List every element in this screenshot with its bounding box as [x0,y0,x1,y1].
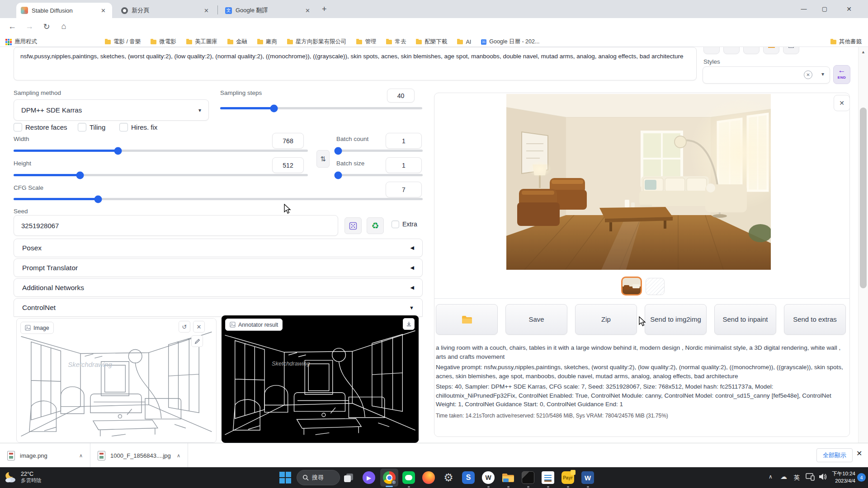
chevron-up-icon[interactable]: ∧ [177,453,180,459]
batch-count-slider[interactable] [336,150,423,152]
scroll-up-icon[interactable]: ▲ [859,50,868,54]
bookmark-folder[interactable]: 配樂下載 [416,38,447,46]
window-minimize-button[interactable]: — [793,0,814,18]
batch-count-value[interactable]: 1 [386,133,422,149]
accordion-additional-networks[interactable]: Additional Networks ◀ [14,278,423,297]
notification-badge[interactable]: 4 [857,473,866,482]
bookmark-folder[interactable]: 管理 [356,38,376,46]
hires-fix-checkbox[interactable] [119,123,128,131]
extra-seed-checkbox[interactable] [392,221,399,228]
sampling-steps-slider[interactable] [220,107,422,109]
tab-new-page[interactable]: 新分頁 ✕ [117,3,215,18]
page-scrollbar[interactable]: ▲ [858,47,868,443]
apply-styles-end-button[interactable]: ← END [833,65,850,84]
window-close-button[interactable]: ✕ [837,0,861,18]
controlnet-image-reset-button[interactable]: ↺ [179,321,190,333]
w-circle-app[interactable]: W [481,470,496,485]
controlnet-image-edit-button[interactable] [191,335,203,347]
tray-expand-icon[interactable]: ∧ [769,474,773,480]
bookmark-folder[interactable]: 廠商 [257,38,277,46]
tab-close-icon[interactable]: ✕ [303,7,312,14]
taskbar-clock[interactable]: 下午10:24 2023/4/4 [830,470,855,484]
onedrive-cloud-icon[interactable]: ☁ [780,473,787,481]
sampling-method-dropdown[interactable]: DPM++ SDE Karras ▾ [14,99,209,121]
ime-language-indicator[interactable]: 英 [794,474,800,482]
open-folder-button[interactable] [436,304,498,335]
accordion-prompt-translator[interactable]: Prompt Translator ◀ [14,258,423,277]
bookmark-folder[interactable]: 常去 [386,38,406,46]
chevron-down-icon[interactable]: ▾ [821,71,824,77]
file-explorer-app[interactable] [500,470,516,485]
bookmark-folder[interactable]: 美工圖庫 [186,38,217,46]
accordion-controlnet[interactable]: ControlNet ▼ [14,298,423,317]
bookmark-folder[interactable]: 金融 [227,38,247,46]
seed-input[interactable]: 3251928067 [14,215,338,236]
clear-prompt-button[interactable] [723,47,740,54]
bookmark-folder[interactable]: AI [457,38,471,46]
cfg-scale-value[interactable]: 7 [386,182,422,197]
taskbar-search[interactable]: 搜尋 [297,470,340,485]
close-downloads-icon[interactable]: ✕ [856,449,862,458]
start-button[interactable] [278,470,293,485]
styles-palette-button[interactable] [743,47,760,54]
generated-image[interactable] [506,94,771,270]
swap-dimensions-button[interactable]: ⇅ [316,150,330,168]
annotator-download-button[interactable] [403,318,415,330]
bookmark-folder[interactable]: 電影 / 音樂 [105,38,141,46]
back-icon[interactable]: ← [6,22,18,31]
show-all-downloads-button[interactable]: 全部顯示 [816,448,853,462]
save-button[interactable]: Save [505,304,567,335]
bookmark-folder[interactable]: 星方向影業有限公司 [287,38,347,46]
paste-params-button[interactable] [703,47,720,54]
zip-button[interactable]: Zip [575,304,637,335]
batch-size-slider[interactable] [336,174,423,176]
tab-google-translate[interactable]: 文 Google 翻譯 ✕ [221,3,316,18]
reload-icon[interactable]: ↻ [41,22,52,32]
sticky-notes-app[interactable]: Payr [560,470,576,485]
slider-knob[interactable] [334,147,342,155]
negative-prompt-input[interactable]: nsfw,pussy,nipples,paintings, sketches, … [14,47,697,80]
taskbar-weather-widget[interactable]: 22°C 多雲時陰 [4,470,42,484]
sampling-steps-value[interactable]: 40 [387,89,415,103]
cast-icon[interactable] [806,473,815,483]
tab-close-icon[interactable]: ✕ [99,7,108,14]
controlnet-image-dropzone[interactable]: Sketchdrawing Image ↺ ✕ [16,318,217,443]
slider-knob[interactable] [334,171,342,179]
forward-icon[interactable]: → [24,22,35,31]
apps-shortcut[interactable]: 應用程式 [5,38,37,46]
batch-size-value[interactable]: 1 [386,157,422,173]
download-item[interactable]: image.png ∧ [0,443,90,468]
gallery-thumbnail-selected[interactable] [621,277,642,296]
styles-dropdown[interactable]: ✕ ▾ [703,66,830,84]
terminal-app[interactable] [520,470,536,485]
slider-knob[interactable] [114,147,122,155]
send-to-inpaint-button[interactable]: Send to inpaint [714,304,776,335]
new-tab-button[interactable]: + [322,5,327,14]
styles-clear-icon[interactable]: ✕ [804,70,812,79]
accordion-posex[interactable]: Posex ◀ [14,239,423,257]
volume-icon[interactable] [818,473,827,483]
card-button[interactable] [763,47,779,54]
clipchamp-app[interactable]: ▶ [361,470,377,485]
tab-stable-diffusion[interactable]: Stable Diffusion ✕ [16,3,112,18]
notes-app[interactable] [540,470,556,485]
chrome-app[interactable] [382,470,397,485]
window-maximize-button[interactable]: ▢ [814,0,835,18]
download-item[interactable]: 1000_F_1856843....jpg ∧ [90,443,188,468]
height-value[interactable]: 512 [272,157,304,173]
gallery-thumbnail-sketch[interactable] [646,278,665,295]
reuse-seed-button[interactable]: ♻ [367,217,384,234]
chevron-up-icon[interactable]: ∧ [79,453,83,459]
cfg-scale-slider[interactable] [14,198,423,200]
send-to-img2img-button[interactable]: Send to img2img [645,304,707,335]
controlnet-image-remove-button[interactable]: ✕ [193,321,205,333]
word-app[interactable]: W [580,470,595,485]
slider-knob[interactable] [94,195,102,203]
send-to-extras-button[interactable]: Send to extras [784,304,846,335]
random-seed-button[interactable] [344,217,362,234]
shotcut-app[interactable]: S [461,470,476,485]
close-result-button[interactable]: ✕ [834,95,850,111]
slider-knob[interactable] [76,171,84,179]
other-bookmarks[interactable]: 其他書籤 [830,38,862,46]
frame-button[interactable] [783,47,799,54]
